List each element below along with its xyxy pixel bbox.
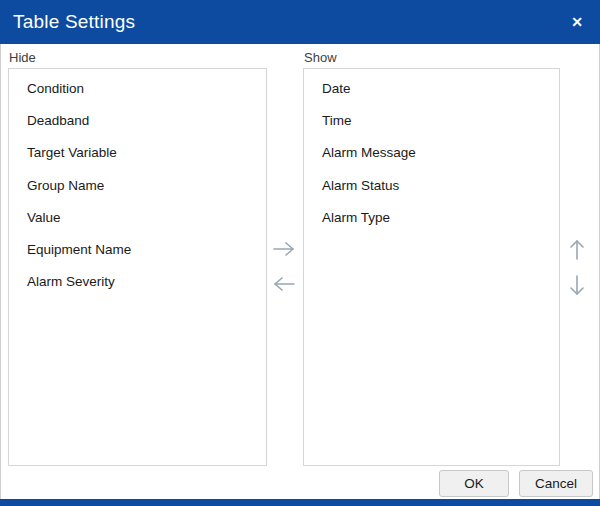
table-settings-dialog: Table Settings ✕ Hide Show Condition Dea…	[0, 0, 600, 506]
hide-list-item[interactable]: Condition	[9, 72, 266, 104]
move-up-button[interactable]	[563, 237, 591, 263]
hide-list-item[interactable]: Value	[9, 201, 266, 233]
hide-list-label: Hide	[9, 50, 36, 65]
show-list-item[interactable]: Time	[304, 104, 559, 136]
dialog-title: Table Settings	[0, 11, 135, 33]
show-list-item[interactable]: Alarm Message	[304, 137, 559, 169]
show-list-label: Show	[304, 50, 337, 65]
left-arrow-icon	[272, 276, 296, 292]
close-button[interactable]: ✕	[563, 0, 591, 44]
hide-list-item[interactable]: Equipment Name	[9, 233, 266, 265]
ok-button[interactable]: OK	[439, 470, 509, 497]
show-list-item[interactable]: Alarm Type	[304, 201, 559, 233]
up-arrow-icon	[569, 239, 585, 261]
hide-listbox[interactable]: Condition Deadband Target Variable Group…	[8, 68, 267, 466]
hide-list-item[interactable]: Group Name	[9, 169, 266, 201]
hide-list-item[interactable]: Target Variable	[9, 137, 266, 169]
close-icon: ✕	[571, 15, 583, 29]
hide-list-item[interactable]: Alarm Severity	[9, 266, 266, 298]
hide-list-item[interactable]: Deadband	[9, 104, 266, 136]
move-to-hide-button[interactable]	[270, 271, 298, 297]
show-list-item[interactable]: Alarm Status	[304, 169, 559, 201]
right-arrow-icon	[272, 241, 296, 257]
move-to-show-button[interactable]	[270, 236, 298, 262]
show-list-item[interactable]: Date	[304, 72, 559, 104]
down-arrow-icon	[569, 274, 585, 296]
dialog-bottom-accent-strip	[0, 499, 600, 506]
dialog-titlebar: Table Settings	[0, 0, 600, 44]
move-down-button[interactable]	[563, 272, 591, 298]
cancel-button[interactable]: Cancel	[519, 470, 593, 497]
show-listbox[interactable]: Date Time Alarm Message Alarm Status Ala…	[303, 68, 560, 466]
